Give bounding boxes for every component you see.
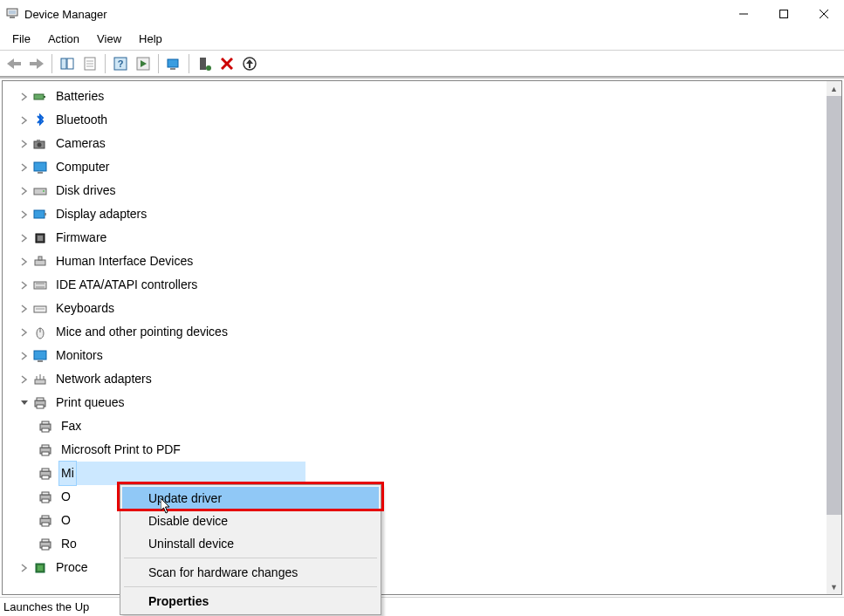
menu-action[interactable]: Action bbox=[39, 30, 88, 48]
chevron-right-icon[interactable] bbox=[18, 279, 31, 291]
tree-item-monitors[interactable]: Monitors bbox=[8, 344, 841, 367]
chevron-right-icon[interactable] bbox=[18, 303, 31, 315]
tree-item-firmware[interactable]: Firmware bbox=[8, 226, 841, 250]
chevron-right-icon[interactable] bbox=[18, 209, 31, 221]
svg-rect-29 bbox=[37, 140, 40, 141]
forward-button[interactable] bbox=[26, 53, 47, 74]
battery-icon bbox=[32, 89, 48, 105]
hid-icon bbox=[32, 254, 48, 270]
back-button[interactable] bbox=[3, 53, 24, 74]
chevron-right-icon[interactable] bbox=[18, 256, 31, 268]
menu-view[interactable]: View bbox=[88, 30, 130, 48]
processor-icon bbox=[32, 560, 48, 576]
tree-child-item[interactable]: Mi bbox=[8, 462, 841, 485]
tree-child-item[interactable]: Fax bbox=[8, 414, 841, 438]
svg-rect-39 bbox=[38, 257, 42, 260]
svg-rect-75 bbox=[38, 565, 43, 571]
tree-item-disk-drives[interactable]: Disk drives bbox=[8, 179, 841, 202]
app-icon bbox=[5, 7, 19, 21]
chevron-right-icon[interactable] bbox=[18, 232, 31, 244]
svg-rect-69 bbox=[42, 516, 49, 518]
menu-help[interactable]: Help bbox=[130, 30, 171, 48]
printer-icon bbox=[32, 395, 48, 411]
menu-update-driver[interactable]: Update driver bbox=[122, 487, 379, 510]
menu-properties[interactable]: Properties bbox=[122, 590, 379, 613]
tree-item-print-queues[interactable]: Print queues bbox=[8, 391, 841, 414]
chevron-right-icon[interactable] bbox=[18, 138, 31, 150]
tree-item-label: Monitors bbox=[53, 344, 106, 367]
svg-rect-25 bbox=[34, 94, 44, 99]
help-button[interactable]: ? bbox=[110, 53, 131, 74]
printer-icon bbox=[38, 466, 53, 482]
tree-child-item[interactable]: Microsoft Print to PDF bbox=[8, 438, 841, 462]
properties-button[interactable] bbox=[79, 53, 100, 74]
scroll-thumb[interactable] bbox=[827, 96, 841, 515]
chevron-down-icon[interactable] bbox=[18, 397, 31, 409]
svg-point-20 bbox=[206, 65, 211, 71]
maximize-button[interactable] bbox=[764, 0, 804, 28]
context-menu: Update driver Disable device Uninstall d… bbox=[120, 484, 381, 615]
minimize-button[interactable] bbox=[724, 0, 764, 28]
tree-item-label: Disk drives bbox=[53, 179, 118, 202]
tree-item-label: Batteries bbox=[53, 85, 106, 108]
svg-rect-2 bbox=[10, 17, 15, 18]
chevron-right-icon[interactable] bbox=[18, 562, 31, 574]
svg-rect-66 bbox=[42, 492, 49, 495]
svg-rect-64 bbox=[42, 476, 49, 479]
tree-item-label: Mi bbox=[58, 461, 77, 486]
svg-rect-47 bbox=[34, 351, 46, 359]
tree-item-cameras[interactable]: Cameras bbox=[8, 132, 841, 155]
svg-rect-17 bbox=[168, 59, 178, 67]
tree-item-bluetooth[interactable]: Bluetooth bbox=[8, 108, 841, 132]
svg-rect-61 bbox=[42, 452, 49, 455]
menu-file[interactable]: File bbox=[3, 30, 39, 48]
close-button[interactable] bbox=[804, 0, 844, 28]
tree-item-label: Print queues bbox=[53, 391, 127, 414]
ide-icon bbox=[32, 277, 48, 293]
tree-item-batteries[interactable]: Batteries bbox=[8, 85, 841, 108]
svg-rect-72 bbox=[42, 539, 49, 542]
tree-item-mice-and-other-pointing-devices[interactable]: Mice and other pointing devices bbox=[8, 320, 841, 344]
network-icon bbox=[32, 372, 48, 387]
tree-item-ide-ata-atapi-controllers[interactable]: IDE ATA/ATAPI controllers bbox=[8, 273, 841, 297]
bluetooth-icon bbox=[32, 113, 48, 128]
svg-rect-34 bbox=[34, 210, 45, 218]
tree-item-display-adapters[interactable]: Display adapters bbox=[8, 202, 841, 226]
tree-item-label: Bluetooth bbox=[53, 108, 110, 132]
chevron-right-icon[interactable] bbox=[18, 91, 31, 103]
svg-rect-19 bbox=[200, 58, 206, 70]
chevron-right-icon[interactable] bbox=[18, 161, 31, 174]
menu-uninstall-device[interactable]: Uninstall device bbox=[122, 532, 379, 555]
chevron-right-icon[interactable] bbox=[18, 114, 31, 127]
add-legacy-button[interactable] bbox=[194, 53, 215, 74]
tree-item-computer[interactable]: Computer bbox=[8, 155, 841, 179]
menu-disable-device[interactable]: Disable device bbox=[122, 510, 379, 532]
action-button[interactable] bbox=[133, 53, 154, 74]
camera-icon bbox=[32, 136, 48, 152]
chevron-right-icon[interactable] bbox=[18, 185, 31, 197]
svg-text:?: ? bbox=[118, 58, 124, 69]
menu-scan-hardware[interactable]: Scan for hardware changes bbox=[122, 561, 379, 584]
show-hide-console-button[interactable] bbox=[57, 53, 78, 74]
printer-icon bbox=[38, 442, 53, 458]
scroll-down-arrow[interactable]: ▼ bbox=[827, 579, 841, 594]
update-driver-button[interactable] bbox=[239, 53, 260, 74]
chevron-right-icon[interactable] bbox=[18, 326, 31, 339]
svg-rect-37 bbox=[38, 236, 43, 241]
svg-rect-26 bbox=[44, 96, 45, 98]
tree-item-label: Cameras bbox=[53, 132, 108, 155]
uninstall-button[interactable] bbox=[216, 53, 237, 74]
chevron-right-icon[interactable] bbox=[18, 373, 31, 386]
tree-item-human-interface-devices[interactable]: Human Interface Devices bbox=[8, 250, 841, 273]
tree-item-keyboards[interactable]: Keyboards bbox=[8, 297, 841, 320]
tree-item-network-adapters[interactable]: Network adapters bbox=[8, 367, 841, 391]
tree-item-label: O bbox=[58, 509, 73, 532]
scroll-up-arrow[interactable]: ▲ bbox=[827, 81, 841, 96]
scan-button[interactable] bbox=[163, 53, 184, 74]
vertical-scrollbar[interactable]: ▲ ▼ bbox=[827, 81, 841, 594]
tree-item-label: Keyboards bbox=[53, 297, 117, 320]
tree-item-label: Firmware bbox=[53, 226, 109, 250]
tree-item-label: O bbox=[58, 485, 73, 509]
chevron-right-icon[interactable] bbox=[18, 350, 31, 362]
titlebar: Device Manager bbox=[0, 0, 844, 28]
